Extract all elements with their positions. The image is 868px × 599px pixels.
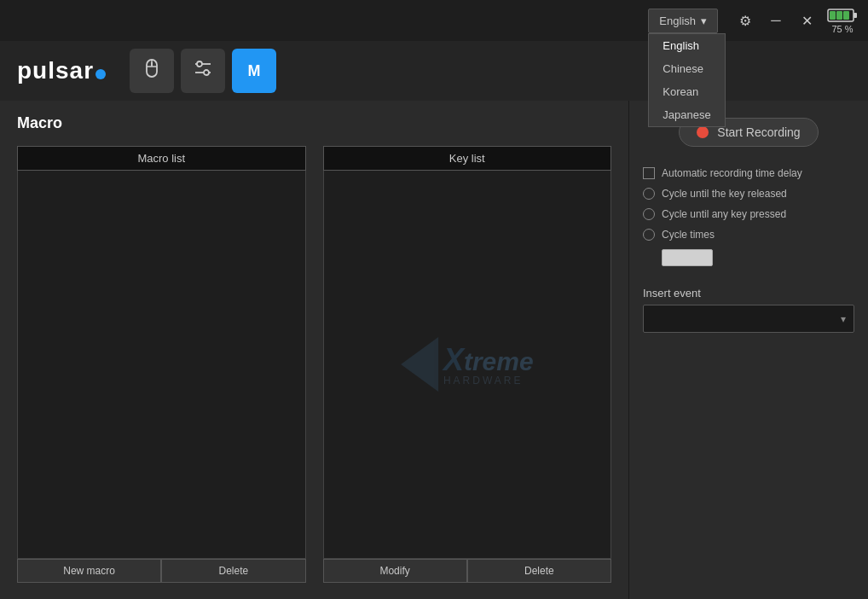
recording-options: Automatic recording time delay Cycle unt…	[643, 160, 854, 266]
language-dropdown[interactable]: English Chinese Korean Japanese	[648, 33, 725, 127]
settings-button[interactable]: ⚙	[732, 7, 759, 34]
cycle-times-radio[interactable]	[643, 229, 655, 241]
app-logo: pulsar	[17, 57, 106, 84]
logo-text: pulsar	[17, 57, 94, 84]
auto-delay-row: Automatic recording time delay	[643, 167, 854, 179]
sliders-icon	[192, 57, 214, 84]
macro-list-body[interactable]	[17, 171, 306, 559]
svg-rect-1	[854, 13, 857, 18]
main-content: Macro Macro list New macro Delete Key li…	[0, 101, 868, 599]
gear-icon: ⚙	[739, 13, 751, 29]
close-button[interactable]: ✕	[793, 7, 820, 34]
xtreme-hardware-watermark: X treme HARDWARE	[401, 337, 534, 392]
new-macro-button[interactable]: New macro	[17, 559, 161, 583]
language-dropdown-container[interactable]: English ▾ English Chinese Korean Japanes…	[648, 9, 718, 33]
cycle-released-radio[interactable]	[643, 188, 655, 200]
macro-panel: Macro Macro list New macro Delete Key li…	[0, 101, 629, 599]
start-recording-label: Start Recording	[717, 125, 800, 139]
macro-list-section: Macro list New macro Delete	[17, 146, 306, 583]
cycle-any-key-label: Cycle until any key pressed	[662, 208, 786, 220]
right-panel: Start Recording Automatic recording time…	[629, 101, 868, 599]
lang-option-japanese[interactable]: Japanese	[649, 103, 724, 126]
mouse-nav-button[interactable]	[130, 49, 174, 93]
minimize-button[interactable]: ─	[762, 7, 790, 34]
cycle-any-key-radio[interactable]	[643, 208, 655, 220]
lang-option-english[interactable]: English	[649, 34, 724, 57]
cycle-times-input[interactable]	[662, 249, 713, 266]
delete-macro-button[interactable]: Delete	[161, 559, 305, 583]
mouse-icon	[141, 57, 163, 84]
cycle-times-row: Cycle times	[643, 229, 854, 241]
selected-language: English	[659, 15, 696, 27]
nav-bar: pulsar M	[0, 41, 868, 101]
auto-delay-checkbox[interactable]	[643, 167, 655, 179]
close-icon: ✕	[801, 13, 813, 29]
settings-nav-button[interactable]	[181, 49, 225, 93]
hardware-text: HARDWARE	[443, 375, 524, 387]
svg-point-10	[197, 61, 202, 67]
insert-event-select[interactable]	[643, 305, 854, 333]
xtreme-x: X	[443, 342, 464, 378]
macro-title: Macro	[17, 114, 611, 132]
macro-icon: M	[248, 62, 261, 80]
svg-point-12	[204, 70, 209, 75]
key-list-section: Key list X treme	[323, 146, 612, 583]
insert-event-label: Insert event	[643, 287, 854, 300]
key-list-header: Key list	[323, 146, 612, 171]
svg-rect-3	[836, 11, 842, 20]
delete-key-button[interactable]: Delete	[467, 559, 611, 583]
cycle-any-key-row: Cycle until any key pressed	[643, 208, 854, 220]
xtreme-treme: treme	[464, 347, 534, 376]
insert-event-section: Insert event ▾	[643, 287, 854, 333]
svg-rect-4	[843, 11, 849, 20]
minimize-icon: ─	[771, 13, 780, 28]
cycle-released-row: Cycle until the key released	[643, 188, 854, 200]
macro-nav-button[interactable]: M	[232, 49, 276, 93]
lists-container: Macro list New macro Delete Key list	[17, 146, 611, 583]
battery-icon	[827, 7, 858, 24]
macro-list-header: Macro list	[17, 146, 306, 171]
modify-button[interactable]: Modify	[323, 559, 467, 583]
chevron-down-icon: ▾	[701, 15, 707, 27]
title-bar: English ▾ English Chinese Korean Japanes…	[0, 0, 868, 41]
insert-event-select-wrapper: ▾	[643, 305, 854, 333]
lang-option-chinese[interactable]: Chinese	[649, 57, 724, 80]
svg-rect-2	[830, 11, 836, 20]
lang-option-korean[interactable]: Korean	[649, 80, 724, 103]
record-dot-icon	[697, 126, 709, 138]
logo-dot	[95, 69, 106, 79]
battery-percent: 75 %	[831, 24, 853, 34]
language-button[interactable]: English ▾	[648, 9, 718, 33]
battery-container: 75 %	[827, 7, 858, 34]
key-list-body[interactable]: X treme HARDWARE	[323, 171, 612, 559]
macro-list-footer: New macro Delete	[17, 559, 306, 583]
auto-delay-label: Automatic recording time delay	[662, 167, 802, 179]
key-list-footer: Modify Delete	[323, 559, 612, 583]
cycle-times-label: Cycle times	[662, 229, 715, 241]
cycle-released-label: Cycle until the key released	[662, 188, 787, 200]
window-controls: ⚙ ─ ✕	[732, 7, 820, 34]
